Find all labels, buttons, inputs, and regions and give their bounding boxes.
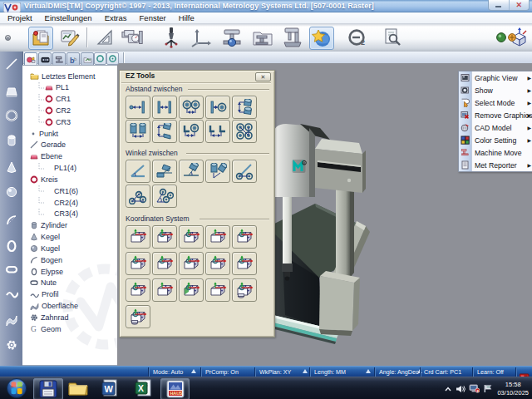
menu-extras[interactable]: Extras bbox=[100, 13, 132, 22]
toolbar-machine-folder-icon[interactable] bbox=[251, 27, 274, 48]
strip-arc-icon[interactable] bbox=[0, 211, 22, 229]
tray-monitor-alert-icon[interactable]: x bbox=[469, 384, 480, 393]
close-button[interactable]: ✕ bbox=[509, 0, 530, 10]
ez-cs-plain-button[interactable] bbox=[152, 278, 177, 302]
tree-item-cr2-4-[interactable]: CR2(4) bbox=[37, 197, 78, 208]
tray-clock[interactable]: 15:5803/10/2025 bbox=[497, 381, 529, 397]
ez-dist-cyl-plane-button[interactable] bbox=[152, 120, 177, 143]
ez-cs-target-button[interactable] bbox=[152, 252, 177, 275]
tree-item-zahnrad[interactable]: Zahnrad bbox=[30, 312, 69, 323]
ez-dist-point-line-button[interactable] bbox=[126, 96, 150, 119]
strip-slot-icon[interactable] bbox=[0, 260, 22, 278]
toolbar-axes-icon[interactable] bbox=[190, 27, 213, 48]
toolbar-machine-sphere-icon[interactable] bbox=[221, 27, 244, 48]
menu-fenster[interactable]: Fenster bbox=[135, 13, 171, 22]
ez-dist-line-circle-button[interactable] bbox=[205, 96, 230, 119]
tree-item-cr3[interactable]: CR3 bbox=[37, 116, 71, 127]
tree-item-ebene[interactable]: Ebene bbox=[30, 151, 62, 162]
ez-cs-target-button[interactable] bbox=[126, 252, 150, 275]
circle-tool2-button[interactable] bbox=[106, 52, 119, 65]
ez-ang-circles-line-button[interactable] bbox=[126, 185, 150, 208]
ez-cs-cyl-button[interactable] bbox=[126, 305, 150, 328]
tree-item-elypse[interactable]: Elypse bbox=[30, 266, 63, 277]
strip-plane-icon[interactable] bbox=[0, 82, 22, 101]
toolbar-box3d-icon[interactable] bbox=[505, 27, 529, 48]
tree-item-kegel[interactable]: Kegel bbox=[30, 232, 60, 243]
toolbar-doc-search-icon[interactable] bbox=[381, 27, 404, 48]
ez-cs-cyl-button[interactable] bbox=[232, 278, 257, 302]
toolbar-cmm-icon[interactable] bbox=[281, 27, 304, 48]
ez-cs-target-button[interactable] bbox=[152, 225, 177, 249]
ez-cs-target-button[interactable] bbox=[179, 252, 204, 275]
tree-item-pl1-4-[interactable]: PL1(4) bbox=[37, 163, 76, 174]
status-spinner-icon[interactable] bbox=[366, 369, 371, 373]
tree-item-geom[interactable]: GGeom bbox=[30, 323, 62, 334]
tray-volume-icon[interactable] bbox=[456, 385, 466, 393]
strip-line-icon[interactable] bbox=[0, 55, 22, 73]
toolbar-project-icon[interactable] bbox=[28, 27, 53, 50]
strip-sphere-icon[interactable] bbox=[0, 183, 22, 201]
tree-item-profil[interactable]: Profil bbox=[30, 289, 59, 300]
ez-ang-plane-block-button[interactable] bbox=[152, 160, 177, 183]
toolbar-report-edit-icon[interactable] bbox=[58, 27, 81, 48]
ez-cs-plain-button[interactable] bbox=[205, 225, 230, 249]
status-prcomp[interactable]: PrComp: On bbox=[205, 368, 239, 376]
tree-item-kreis[interactable]: Kreis bbox=[30, 174, 58, 185]
ctx-remove-graphics[interactable]: Remove Graphics▶ bbox=[459, 109, 532, 121]
ez-cs-target-button[interactable] bbox=[205, 252, 230, 275]
status-mode[interactable]: Mode: Auto bbox=[153, 368, 183, 376]
ez-dist-corner-circle-button[interactable] bbox=[179, 120, 204, 143]
palette-close-button[interactable]: ✕ bbox=[255, 72, 271, 81]
start-button[interactable] bbox=[3, 378, 30, 398]
ctx-color-setting[interactable]: Color Setting▶ bbox=[459, 134, 532, 146]
menu-hilfe[interactable]: Hilfe bbox=[174, 13, 200, 22]
ez-ang-line-circles-button[interactable] bbox=[232, 160, 257, 183]
status-wkplan[interactable]: WkPlan: XY bbox=[259, 368, 291, 376]
ez-ang-circles-arc-button[interactable] bbox=[152, 185, 177, 208]
tree-item-kugel[interactable]: Kugel bbox=[30, 243, 60, 254]
strip-gear-icon[interactable] bbox=[0, 336, 22, 354]
tree-item-zylinder[interactable]: Zylinder bbox=[30, 220, 67, 231]
tree-item-letztes-element[interactable]: Letztes Element bbox=[30, 71, 96, 81]
tree-item-cr1[interactable]: CR1 bbox=[37, 94, 71, 105]
ez-cs-target-button[interactable] bbox=[232, 252, 257, 275]
tree-item-gerade[interactable]: Gerade bbox=[30, 140, 66, 150]
status-spinner-icon[interactable] bbox=[191, 369, 196, 373]
ctx-show[interactable]: Show▶ bbox=[459, 84, 532, 96]
tree-item-cr3-4-[interactable]: CR3(4) bbox=[37, 209, 78, 219]
toolbar-e2-icon[interactable]: 2 bbox=[346, 27, 369, 48]
ez-ang-cyl-line-button[interactable] bbox=[179, 160, 204, 183]
toolbar-probe-icon[interactable] bbox=[160, 27, 183, 48]
strip-ellipse-icon[interactable] bbox=[0, 237, 22, 255]
menu-projekt[interactable]: Projekt bbox=[2, 13, 37, 22]
status-angle[interactable]: Angle: AngDec bbox=[379, 368, 419, 376]
tree-item-bogen[interactable]: Bogen bbox=[30, 254, 62, 265]
strip-cone-icon[interactable] bbox=[0, 158, 22, 176]
taskbar-word-button[interactable]: W bbox=[100, 378, 123, 398]
strip-surface-icon[interactable] bbox=[0, 310, 22, 328]
tree-item-cr2[interactable]: CR2 bbox=[37, 105, 71, 116]
taskbar-virtualdmis-button[interactable]: HAUS bbox=[160, 378, 190, 399]
ez-cs-plain-button[interactable] bbox=[126, 225, 150, 249]
circle-tool-button[interactable] bbox=[94, 52, 106, 65]
ez-dist-corner-corner-button[interactable] bbox=[205, 120, 230, 143]
toolbar-setsquare-icon[interactable] bbox=[93, 27, 116, 48]
tray-sync-flag-icon[interactable] bbox=[483, 384, 493, 393]
tree-item-cr1-6-[interactable]: CR1(6) bbox=[37, 185, 78, 196]
ez-cs-target-button[interactable] bbox=[179, 225, 204, 249]
status-spinner-icon[interactable] bbox=[303, 369, 308, 373]
status-crd-cart[interactable]: Crd Cart: PC1 bbox=[424, 368, 461, 376]
ctx-met-reporter[interactable]: Met Reporter▶ bbox=[459, 159, 532, 171]
strip-ring-icon[interactable] bbox=[0, 106, 22, 125]
taskbar-explorer-folder-button[interactable] bbox=[66, 378, 90, 398]
ez-cs-plain-button[interactable] bbox=[205, 278, 230, 302]
ctx-select-mode[interactable]: Select Mode▶ bbox=[459, 96, 532, 109]
ctx-graphic-view[interactable]: Graphic View▶ bbox=[459, 71, 532, 84]
ez-dist-cyl-cyl-button[interactable] bbox=[126, 120, 150, 143]
tray-chevron-up-icon[interactable] bbox=[444, 386, 452, 392]
strip-curve-icon[interactable] bbox=[0, 284, 22, 303]
tree-item-oberfl-che[interactable]: Oberfläche bbox=[30, 301, 78, 312]
ez-cs-target-button[interactable] bbox=[232, 225, 257, 249]
toolbar-gauge-icon[interactable] bbox=[121, 27, 145, 48]
ez-dist-circle-circle-button[interactable] bbox=[179, 96, 204, 119]
